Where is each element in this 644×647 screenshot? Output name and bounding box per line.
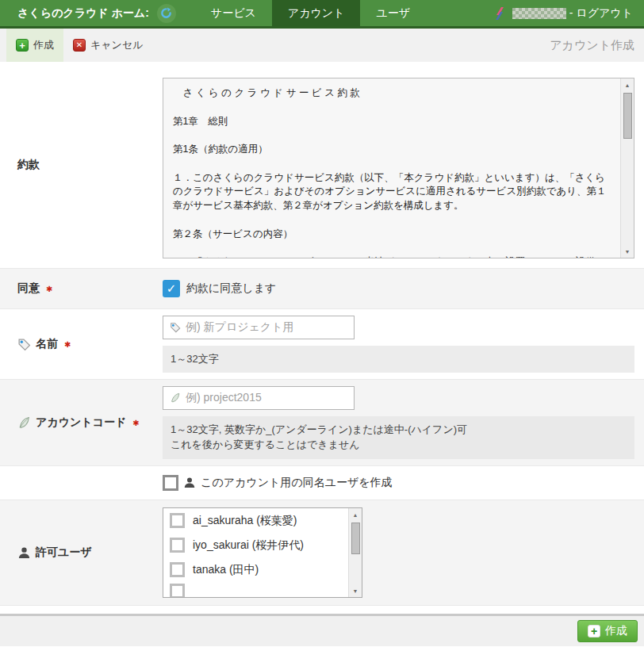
sakura-logo-icon [493, 6, 508, 21]
footer-create-label: 作成 [605, 624, 627, 638]
toolbar: + 作成 ✕ キャンセル アカウント作成 [0, 29, 644, 62]
name-label: 名前 [36, 337, 58, 351]
quill-icon [17, 416, 31, 430]
footer-bar: + 作成 [0, 614, 644, 646]
quill-icon [170, 392, 181, 404]
allowed-users-label: 許可ユーザ [36, 546, 92, 560]
user-label: tanaka (田中) [193, 563, 259, 577]
username-redacted [512, 8, 566, 19]
name-input[interactable]: 例) 新プロジェクト用 [163, 316, 355, 339]
list-item[interactable]: tanaka (田中) [163, 557, 362, 582]
allowed-users-listbox[interactable]: ai_sakuraha (桜葉愛)iyo_sakurai (桜井伊代)tanak… [163, 507, 362, 598]
name-hint: 1～32文字 [163, 346, 634, 373]
account-code-placeholder: 例) project2015 [186, 391, 262, 405]
user-checkbox[interactable] [170, 538, 185, 553]
list-item[interactable]: ai_sakuraha (桜葉愛) [163, 508, 362, 533]
scroll-up-icon[interactable]: ▲ [621, 78, 634, 91]
terms-textarea[interactable]: さ く ら の ク ラ ウ ド サ ー ビ ス 約 款 第1章 総則 第1条（約… [163, 78, 634, 258]
list-item-partial[interactable] [163, 582, 362, 598]
scroll-down-icon[interactable]: ▼ [621, 245, 634, 258]
logout-link[interactable]: - ログアウト [569, 6, 633, 21]
user-label: iyo_sakurai (桜井伊代) [193, 538, 304, 553]
close-icon: ✕ [73, 39, 86, 52]
header: さくらのクラウド ホーム: サービスアカウントユーザ - ログアウト [0, 0, 644, 29]
same-user-checkbox[interactable] [163, 475, 178, 491]
account-code-hint-line2: これを後から変更することはできません [171, 438, 627, 453]
terms-scrollbar[interactable]: ▲ ▼ [620, 78, 634, 258]
account-code-hint: 1～32文字, 英数字か_(アンダーライン)または途中-(ハイフン)可 これを後… [163, 416, 634, 459]
plus-icon: + [588, 625, 600, 637]
terms-scroll-thumb[interactable] [623, 93, 632, 139]
user-icon [17, 546, 31, 560]
allowed-users-row: 許可ユーザ ai_sakuraha (桜葉愛)iyo_sakurai (桜井伊代… [0, 500, 644, 606]
tab-サービス[interactable]: サービス [195, 0, 272, 26]
agree-row: 同意✱ ✓ 約款に同意します [0, 268, 644, 309]
listbox-scroll-thumb[interactable] [351, 523, 360, 554]
list-item[interactable]: iyo_sakurai (桜井伊代) [163, 533, 362, 557]
toolbar-cancel-button[interactable]: ✕ キャンセル [63, 29, 153, 62]
agree-label: 同意 [17, 281, 40, 296]
user-checkbox[interactable] [170, 584, 185, 598]
account-code-input[interactable]: 例) project2015 [163, 386, 355, 410]
same-user-row: このアカウント用の同名ユーザを作成 [0, 466, 644, 500]
terms-label-col: 約款 [0, 62, 163, 268]
required-asterisk: ✱ [46, 285, 52, 293]
required-asterisk: ✱ [64, 340, 71, 349]
refresh-icon [160, 7, 172, 19]
tag-icon [170, 322, 181, 333]
plus-icon: + [16, 39, 29, 52]
tag-icon [17, 338, 31, 351]
agree-checkbox[interactable]: ✓ [163, 280, 180, 297]
required-asterisk: ✱ [132, 419, 139, 427]
terms-row: 約款 さ く ら の ク ラ ウ ド サ ー ビ ス 約 款 第1章 総則 第1… [0, 62, 644, 268]
account-code-label: アカウントコード [36, 415, 126, 430]
account-code-hint-line1: 1～32文字, 英数字か_(アンダーライン)または途中-(ハイフン)可 [171, 423, 627, 438]
account-code-row: アカウントコード✱ 例) project2015 1～32文字, 英数字か_(ア… [0, 379, 644, 466]
tab-アカウント[interactable]: アカウント [272, 0, 361, 26]
refresh-button[interactable] [157, 4, 176, 23]
terms-text: さ く ら の ク ラ ウ ド サ ー ビ ス 約 款 第1章 総則 第1条（約… [163, 78, 634, 258]
allowed-users-list: ai_sakuraha (桜葉愛)iyo_sakurai (桜井伊代)tanak… [163, 508, 362, 582]
name-row: 名前✱ 例) 新プロジェクト用 1～32文字 [0, 309, 644, 379]
footer-create-button[interactable]: + 作成 [577, 620, 638, 642]
page-title: アカウント作成 [550, 29, 644, 62]
user-checkbox[interactable] [170, 562, 185, 577]
tab-ユーザ[interactable]: ユーザ [360, 0, 426, 26]
same-user-checkbox-label: このアカウント用の同名ユーザを作成 [201, 476, 393, 490]
user-label: ai_sakuraha (桜葉愛) [193, 514, 297, 528]
toolbar-cancel-label: キャンセル [90, 38, 144, 52]
nav-tabs: サービスアカウントユーザ [195, 0, 426, 26]
name-placeholder: 例) 新プロジェクト用 [186, 320, 294, 335]
terms-label: 約款 [17, 158, 40, 172]
scroll-up-icon[interactable]: ▲ [349, 508, 362, 521]
user-icon [183, 477, 196, 489]
agree-checkbox-label: 約款に同意します [186, 281, 276, 296]
listbox-scrollbar[interactable]: ▲ ▼ [348, 508, 362, 597]
scroll-down-icon[interactable]: ▼ [349, 584, 362, 597]
toolbar-create-button[interactable]: + 作成 [6, 29, 63, 62]
toolbar-create-label: 作成 [33, 38, 54, 52]
app-title: さくらのクラウド ホーム: [0, 6, 149, 21]
user-checkbox[interactable] [170, 513, 185, 528]
